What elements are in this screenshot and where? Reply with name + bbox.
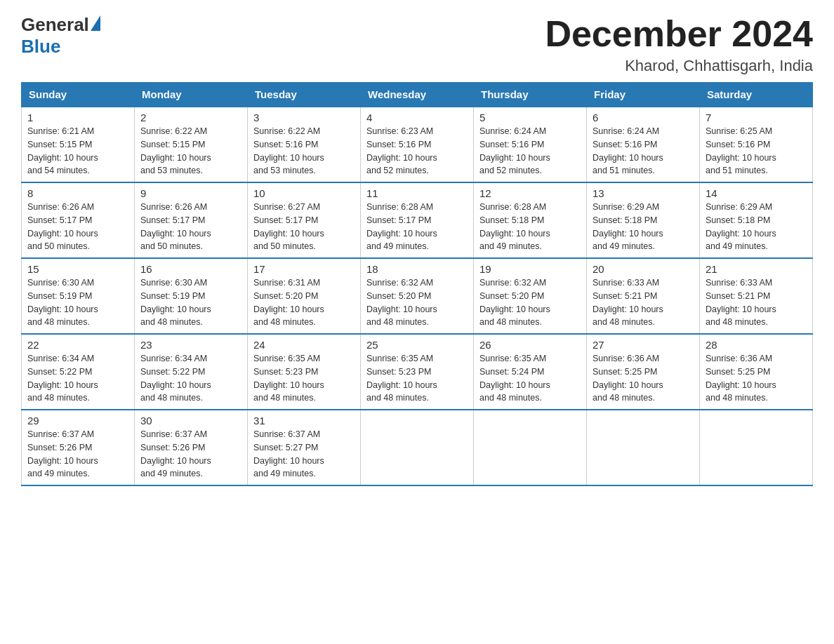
day-number: 15 [27, 263, 128, 275]
day-info: Sunrise: 6:30 AMSunset: 5:19 PMDaylight:… [27, 276, 128, 329]
day-number: 3 [253, 112, 355, 123]
day-info: Sunrise: 6:36 AMSunset: 5:25 PMDaylight:… [593, 352, 694, 405]
day-number: 29 [27, 415, 128, 427]
column-header-friday: Friday [587, 83, 700, 107]
day-number: 7 [706, 112, 807, 123]
calendar-cell: 19Sunrise: 6:32 AMSunset: 5:20 PMDayligh… [474, 258, 587, 334]
day-number: 9 [140, 187, 241, 199]
day-info: Sunrise: 6:27 AMSunset: 5:17 PMDaylight:… [253, 201, 355, 253]
calendar-table: SundayMondayTuesdayWednesdayThursdayFrid… [21, 82, 813, 486]
day-info: Sunrise: 6:28 AMSunset: 5:17 PMDaylight:… [366, 201, 468, 253]
day-number: 18 [366, 263, 468, 275]
day-info: Sunrise: 6:34 AMSunset: 5:22 PMDaylight:… [140, 352, 241, 405]
day-info: Sunrise: 6:37 AMSunset: 5:27 PMDaylight:… [253, 428, 355, 481]
calendar-cell: 31Sunrise: 6:37 AMSunset: 5:27 PMDayligh… [248, 410, 361, 485]
day-info: Sunrise: 6:26 AMSunset: 5:17 PMDaylight:… [140, 201, 241, 253]
calendar-cell: 3Sunrise: 6:22 AMSunset: 5:16 PMDaylight… [248, 107, 361, 182]
calendar-cell: 4Sunrise: 6:23 AMSunset: 5:16 PMDaylight… [361, 107, 474, 182]
day-info: Sunrise: 6:25 AMSunset: 5:16 PMDaylight:… [706, 125, 807, 177]
day-number: 4 [366, 112, 468, 123]
calendar-cell: 8Sunrise: 6:26 AMSunset: 5:17 PMDaylight… [22, 182, 135, 258]
calendar-cell: 17Sunrise: 6:31 AMSunset: 5:20 PMDayligh… [248, 258, 361, 334]
day-info: Sunrise: 6:29 AMSunset: 5:18 PMDaylight:… [706, 201, 807, 253]
day-number: 12 [479, 187, 581, 199]
day-info: Sunrise: 6:36 AMSunset: 5:25 PMDaylight:… [706, 352, 807, 405]
calendar-cell: 24Sunrise: 6:35 AMSunset: 5:23 PMDayligh… [248, 334, 361, 410]
column-header-wednesday: Wednesday [361, 83, 474, 107]
day-number: 30 [140, 415, 241, 427]
calendar-cell: 18Sunrise: 6:32 AMSunset: 5:20 PMDayligh… [361, 258, 474, 334]
calendar-cell: 14Sunrise: 6:29 AMSunset: 5:18 PMDayligh… [700, 182, 813, 258]
day-number: 14 [706, 187, 807, 199]
day-info: Sunrise: 6:35 AMSunset: 5:24 PMDaylight:… [479, 352, 581, 405]
day-info: Sunrise: 6:24 AMSunset: 5:16 PMDaylight:… [479, 125, 581, 177]
calendar-cell [587, 410, 700, 485]
day-number: 23 [140, 339, 241, 351]
calendar-cell: 22Sunrise: 6:34 AMSunset: 5:22 PMDayligh… [22, 334, 135, 410]
calendar-cell: 7Sunrise: 6:25 AMSunset: 5:16 PMDaylight… [700, 107, 813, 182]
calendar-cell: 6Sunrise: 6:24 AMSunset: 5:16 PMDaylight… [587, 107, 700, 182]
calendar-cell: 25Sunrise: 6:35 AMSunset: 5:23 PMDayligh… [361, 334, 474, 410]
day-number: 28 [706, 339, 807, 351]
location-title: Kharod, Chhattisgarh, India [545, 57, 813, 75]
day-info: Sunrise: 6:30 AMSunset: 5:19 PMDaylight:… [140, 276, 241, 329]
day-info: Sunrise: 6:35 AMSunset: 5:23 PMDaylight:… [253, 352, 355, 405]
day-number: 1 [27, 112, 128, 123]
column-header-saturday: Saturday [700, 83, 813, 107]
calendar-cell [474, 410, 587, 485]
month-title: December 2024 [545, 14, 813, 54]
calendar-cell: 1Sunrise: 6:21 AMSunset: 5:15 PMDaylight… [22, 107, 135, 182]
day-info: Sunrise: 6:29 AMSunset: 5:18 PMDaylight:… [593, 201, 694, 253]
day-number: 11 [366, 187, 468, 199]
calendar-header-row: SundayMondayTuesdayWednesdayThursdayFrid… [22, 83, 813, 107]
calendar-cell: 23Sunrise: 6:34 AMSunset: 5:22 PMDayligh… [135, 334, 248, 410]
calendar-week-row: 1Sunrise: 6:21 AMSunset: 5:15 PMDaylight… [22, 107, 813, 182]
calendar-week-row: 15Sunrise: 6:30 AMSunset: 5:19 PMDayligh… [22, 258, 813, 334]
calendar-cell: 9Sunrise: 6:26 AMSunset: 5:17 PMDaylight… [135, 182, 248, 258]
column-header-monday: Monday [135, 83, 248, 107]
calendar-cell: 5Sunrise: 6:24 AMSunset: 5:16 PMDaylight… [474, 107, 587, 182]
day-number: 6 [593, 112, 694, 123]
day-number: 31 [253, 415, 355, 427]
calendar-cell: 10Sunrise: 6:27 AMSunset: 5:17 PMDayligh… [248, 182, 361, 258]
calendar-cell: 20Sunrise: 6:33 AMSunset: 5:21 PMDayligh… [587, 258, 700, 334]
calendar-week-row: 29Sunrise: 6:37 AMSunset: 5:26 PMDayligh… [22, 410, 813, 485]
calendar-cell: 29Sunrise: 6:37 AMSunset: 5:26 PMDayligh… [22, 410, 135, 485]
day-number: 25 [366, 339, 468, 351]
calendar-cell: 16Sunrise: 6:30 AMSunset: 5:19 PMDayligh… [135, 258, 248, 334]
day-info: Sunrise: 6:33 AMSunset: 5:21 PMDaylight:… [706, 276, 807, 329]
column-header-tuesday: Tuesday [248, 83, 361, 107]
calendar-cell: 27Sunrise: 6:36 AMSunset: 5:25 PMDayligh… [587, 334, 700, 410]
day-number: 22 [27, 339, 128, 351]
day-info: Sunrise: 6:22 AMSunset: 5:16 PMDaylight:… [253, 125, 355, 177]
day-info: Sunrise: 6:22 AMSunset: 5:15 PMDaylight:… [140, 125, 241, 177]
calendar-cell: 13Sunrise: 6:29 AMSunset: 5:18 PMDayligh… [587, 182, 700, 258]
day-number: 26 [479, 339, 581, 351]
calendar-cell: 28Sunrise: 6:36 AMSunset: 5:25 PMDayligh… [700, 334, 813, 410]
day-number: 19 [479, 263, 581, 275]
day-number: 13 [593, 187, 694, 199]
calendar-cell: 30Sunrise: 6:37 AMSunset: 5:26 PMDayligh… [135, 410, 248, 485]
calendar-cell [361, 410, 474, 485]
calendar-cell: 26Sunrise: 6:35 AMSunset: 5:24 PMDayligh… [474, 334, 587, 410]
day-info: Sunrise: 6:21 AMSunset: 5:15 PMDaylight:… [27, 125, 128, 177]
day-number: 24 [253, 339, 355, 351]
day-info: Sunrise: 6:34 AMSunset: 5:22 PMDaylight:… [27, 352, 128, 405]
calendar-week-row: 22Sunrise: 6:34 AMSunset: 5:22 PMDayligh… [22, 334, 813, 410]
day-info: Sunrise: 6:32 AMSunset: 5:20 PMDaylight:… [366, 276, 468, 329]
day-number: 8 [27, 187, 128, 199]
day-number: 17 [253, 263, 355, 275]
day-info: Sunrise: 6:23 AMSunset: 5:16 PMDaylight:… [366, 125, 468, 177]
day-info: Sunrise: 6:32 AMSunset: 5:20 PMDaylight:… [479, 276, 581, 329]
column-header-thursday: Thursday [474, 83, 587, 107]
day-info: Sunrise: 6:33 AMSunset: 5:21 PMDaylight:… [593, 276, 694, 329]
day-info: Sunrise: 6:35 AMSunset: 5:23 PMDaylight:… [366, 352, 468, 405]
calendar-cell: 21Sunrise: 6:33 AMSunset: 5:21 PMDayligh… [700, 258, 813, 334]
day-info: Sunrise: 6:24 AMSunset: 5:16 PMDaylight:… [593, 125, 694, 177]
calendar-cell: 12Sunrise: 6:28 AMSunset: 5:18 PMDayligh… [474, 182, 587, 258]
calendar-cell: 15Sunrise: 6:30 AMSunset: 5:19 PMDayligh… [22, 258, 135, 334]
day-info: Sunrise: 6:31 AMSunset: 5:20 PMDaylight:… [253, 276, 355, 329]
day-number: 5 [479, 112, 581, 123]
day-info: Sunrise: 6:37 AMSunset: 5:26 PMDaylight:… [27, 428, 128, 481]
title-block: December 2024 Kharod, Chhattisgarh, Indi… [545, 14, 813, 75]
